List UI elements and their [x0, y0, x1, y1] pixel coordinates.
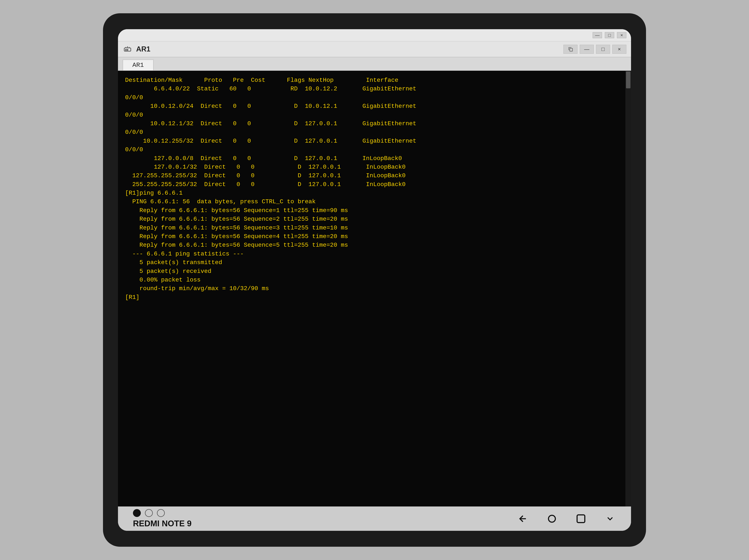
terminal-line: Reply from 6.6.6.1: bytes=56 Sequence=3 … [125, 224, 624, 232]
terminal-line: PING 6.6.6.1: 56 data bytes, press CTRL_… [125, 198, 624, 206]
terminal-line: 255.255.255.255/32 Direct 0 0 D 127.0.0.… [125, 180, 624, 189]
svg-point-5 [127, 49, 128, 50]
app-icon [123, 44, 132, 54]
nav-down-icon[interactable] [604, 513, 616, 525]
app-window: AR1 — □ × AR1 [118, 41, 631, 507]
app-close-btn[interactable]: × [612, 45, 626, 54]
nav-home-icon[interactable] [546, 513, 558, 525]
terminal-line: 0/0/0 [125, 128, 624, 137]
terminal-line: 127.255.255.255/32 Direct 0 0 D 127.0.0.… [125, 172, 624, 180]
terminal-line: 127.0.0.0/8 Direct 0 0 D 127.0.0.1 InLoo… [125, 154, 624, 163]
terminal-line: 10.0.12.255/32 Direct 0 0 D 127.0.0.1 Gi… [125, 137, 624, 145]
terminal-line: 0/0/0 [125, 111, 624, 119]
brand-label: REDMI NOTE 9 [133, 519, 192, 528]
svg-point-7 [549, 515, 555, 522]
phone-bottom-bar: REDMI NOTE 9 [118, 507, 631, 531]
phone-frame: — □ × [103, 13, 646, 547]
terminal-line: 0.00% packet loss [125, 276, 624, 284]
app-minimize-btn[interactable]: — [580, 45, 594, 54]
dot-2 [145, 509, 153, 517]
terminal-line: 0/0/0 [125, 145, 624, 154]
screen-area: — □ × [118, 29, 631, 531]
dot-indicators [133, 509, 192, 517]
svg-rect-6 [570, 48, 573, 51]
terminal-line: [R1]ping 6.6.6.1 [125, 189, 624, 198]
app-title: AR1 [136, 45, 150, 53]
terminal-line: Destination/Mask Proto Pre Cost Flags Ne… [125, 76, 624, 85]
terminal-line: 127.0.0.1/32 Direct 0 0 D 127.0.0.1 InLo… [125, 163, 624, 172]
nav-recents-icon[interactable] [575, 513, 587, 525]
terminal-line: Reply from 6.6.6.1: bytes=56 Sequence=1 … [125, 206, 624, 215]
dot-1 [133, 509, 141, 517]
terminal-line: Reply from 6.6.6.1: bytes=56 Sequence=2 … [125, 215, 624, 223]
tab-ar1[interactable]: AR1 [123, 60, 153, 70]
terminal-line: --- 6.6.6.1 ping statistics --- [125, 250, 624, 258]
terminal-content: Destination/Mask Proto Pre Cost Flags Ne… [125, 76, 624, 302]
terminal-line: [R1] [125, 293, 624, 302]
dot-3 [157, 509, 165, 517]
terminal-line: 5 packet(s) received [125, 267, 624, 276]
phone-brand-area: REDMI NOTE 9 [133, 509, 192, 528]
svg-rect-8 [577, 515, 585, 522]
terminal-line: 0/0/0 [125, 93, 624, 102]
os-close-btn[interactable]: × [617, 32, 626, 38]
tab-bar: AR1 [118, 57, 631, 71]
app-copy-btn[interactable] [563, 45, 577, 54]
svg-point-4 [126, 49, 126, 50]
app-title-bar: AR1 — □ × [118, 41, 631, 57]
scrollbar[interactable] [625, 71, 631, 507]
terminal-line: 6.6.4.0/22 Static 60 0 RD 10.0.12.2 Giga… [125, 85, 624, 93]
os-maximize-btn[interactable]: □ [605, 32, 614, 38]
terminal-area[interactable]: Destination/Mask Proto Pre Cost Flags Ne… [118, 71, 631, 507]
terminal-line: Reply from 6.6.6.1: bytes=56 Sequence=5 … [125, 241, 624, 249]
scrollbar-thumb[interactable] [626, 71, 630, 88]
screen-background: — □ × [0, 0, 749, 560]
terminal-line: 5 packet(s) transmitted [125, 258, 624, 267]
os-minimize-btn[interactable]: — [593, 32, 602, 38]
os-title-bar: — □ × [118, 29, 631, 41]
nav-icons [517, 513, 616, 525]
app-maximize-btn[interactable]: □ [596, 45, 610, 54]
terminal-line: round-trip min/avg/max = 10/32/90 ms [125, 284, 624, 293]
terminal-line: 10.0.12.0/24 Direct 0 0 D 10.0.12.1 Giga… [125, 102, 624, 111]
terminal-line: Reply from 6.6.6.1: bytes=56 Sequence=4 … [125, 232, 624, 241]
nav-back-icon[interactable] [517, 513, 529, 525]
terminal-line: 10.0.12.1/32 Direct 0 0 D 127.0.0.1 Giga… [125, 119, 624, 128]
